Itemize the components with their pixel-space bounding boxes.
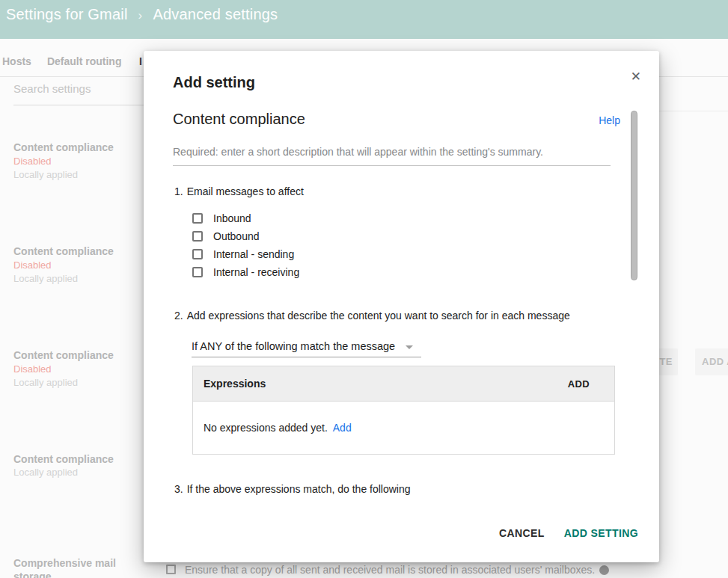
expressions-table: Expressions ADD No expressions added yet… (192, 366, 615, 455)
screen: Settings for Gmail›Advanced settings Hos… (0, 0, 728, 578)
scope-label: Locally applied (13, 376, 137, 390)
list-item[interactable]: Content compliance Disabled Locally appl… (13, 348, 137, 390)
expressions-column-header: Expressions (204, 378, 266, 390)
add-setting-dialog: Add setting ✕ Content compliance Help 1.… (144, 51, 659, 562)
search-input[interactable] (13, 82, 133, 95)
list-item[interactable]: Content compliance Locally applied (13, 452, 137, 479)
dialog-scrollbar[interactable] (631, 111, 637, 280)
chevron-down-icon (406, 345, 413, 349)
breadcrumb-advanced-settings: Advanced settings (153, 6, 278, 22)
checkbox[interactable] (192, 231, 203, 242)
setting-title: Content compliance (13, 141, 137, 154)
setting-title: Comprehensive mail storage (13, 556, 137, 578)
option-inbound[interactable]: Inbound (192, 212, 251, 225)
breadcrumb-settings-for-gmail[interactable]: Settings for Gmail (6, 6, 128, 22)
dialog-title: Add setting (173, 74, 255, 91)
list-item[interactable]: Content compliance Disabled Locally appl… (13, 141, 137, 182)
cancel-button[interactable]: CANCEL (499, 527, 545, 539)
option-internal-sending[interactable]: Internal - sending (192, 248, 294, 261)
checkbox-label: Outbound (213, 230, 260, 242)
setting-heading: Content compliance (173, 111, 305, 128)
status-badge: Disabled (13, 154, 137, 168)
list-item[interactable]: Content compliance Disabled Locally appl… (13, 245, 137, 286)
close-icon[interactable]: ✕ (631, 70, 641, 83)
option-internal-receiving[interactable]: Internal - receiving (192, 265, 299, 279)
status-badge: Disabled (13, 258, 137, 272)
section-1-label: 1.Email messages to affect (174, 185, 304, 197)
scope-label: Locally applied (13, 466, 137, 479)
match-type-dropdown[interactable]: If ANY of the following match the messag… (192, 340, 421, 357)
breadcrumb-separator-icon: › (138, 8, 143, 22)
search-row (13, 82, 133, 96)
checkbox[interactable] (192, 213, 203, 224)
section-number: 3. (174, 483, 183, 495)
scope-label: Locally applied (13, 168, 137, 182)
section-text: Add expressions that describe the conten… (187, 310, 570, 322)
checkbox-label: Internal - sending (213, 248, 294, 260)
section-3-label: 3.If the above expressions match, do the… (174, 483, 411, 495)
section-2-label: 2.Add expressions that describe the cont… (174, 310, 570, 322)
expressions-table-header: Expressions ADD (193, 366, 614, 402)
add-setting-button[interactable]: ADD SETTING (564, 527, 638, 539)
checkbox-label: Inbound (213, 212, 251, 224)
tab-hosts[interactable]: Hosts (2, 55, 31, 67)
comprehensive-mail-storage-row: Ensure that a copy of all sent and recei… (166, 562, 609, 577)
setting-title: Content compliance (13, 245, 137, 258)
help-link[interactable]: Help (599, 114, 620, 126)
list-item[interactable]: Comprehensive mail storage (13, 556, 137, 578)
add-another-button-partial[interactable]: ADD A (695, 348, 728, 375)
checkbox[interactable] (192, 267, 203, 277)
setting-title: Content compliance (13, 348, 137, 362)
help-circle-icon[interactable] (599, 565, 609, 575)
status-badge: Disabled (13, 362, 137, 376)
checkbox[interactable] (166, 565, 176, 574)
section-text: Email messages to affect (187, 185, 304, 197)
breadcrumb: Settings for Gmail›Advanced settings (6, 6, 278, 23)
description-field[interactable] (173, 138, 611, 166)
add-expression-button[interactable]: ADD (568, 378, 590, 390)
empty-state-text: No expressions added yet. (204, 422, 328, 434)
tab-default-routing[interactable]: Default routing (47, 55, 122, 67)
dropdown-value: If ANY of the following match the messag… (192, 340, 395, 352)
tab-bar: Hosts Default routing I (2, 55, 137, 67)
checkbox-label: Internal - receiving (213, 266, 299, 278)
expressions-empty-row: No expressions added yet. Add (193, 402, 614, 454)
storage-option-label: Ensure that a copy of all sent and recei… (185, 562, 595, 577)
add-link[interactable]: Add (333, 422, 352, 434)
checkbox[interactable] (192, 249, 203, 259)
scope-label: Locally applied (13, 272, 137, 286)
section-number: 2. (174, 310, 183, 322)
dialog-footer: CANCEL ADD SETTING (499, 527, 638, 539)
section-number: 1. (174, 185, 183, 197)
app-header: Settings for Gmail›Advanced settings (0, 0, 728, 39)
option-outbound[interactable]: Outbound (192, 230, 260, 243)
section-text: If the above expressions match, do the f… (187, 483, 411, 495)
setting-title: Content compliance (13, 452, 137, 466)
